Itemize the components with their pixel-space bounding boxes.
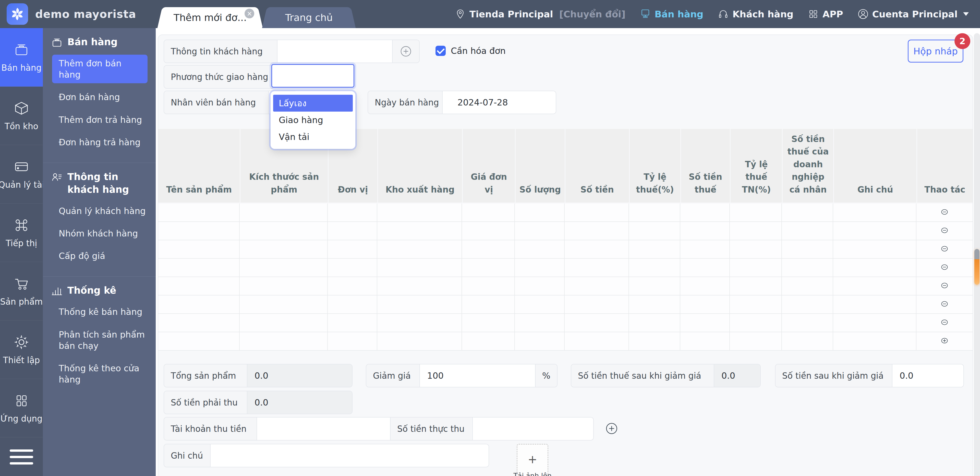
collapse-menu-button[interactable] xyxy=(0,438,43,476)
rail-item-settings[interactable]: Thiết lập xyxy=(0,320,43,379)
topbar-pos[interactable]: Bán hàng xyxy=(640,8,703,20)
tab-add-order[interactable]: Thêm mới đơ... × xyxy=(163,7,257,28)
table-cell[interactable] xyxy=(158,277,240,295)
table-cell[interactable] xyxy=(462,240,515,258)
table-cell[interactable] xyxy=(833,204,916,221)
app-logo[interactable] xyxy=(6,3,28,25)
table-cell[interactable] xyxy=(565,332,629,350)
table-cell[interactable] xyxy=(328,296,377,313)
table-cell[interactable] xyxy=(833,332,916,350)
table-cell[interactable] xyxy=(462,204,515,221)
table-cell[interactable] xyxy=(462,332,515,350)
submenu-item-sale-orders[interactable]: Đơn bán hàng xyxy=(51,86,148,108)
table-cell[interactable] xyxy=(515,204,565,221)
table-cell[interactable] xyxy=(377,259,462,277)
table-cell[interactable] xyxy=(833,259,916,277)
table-cell[interactable] xyxy=(565,240,629,258)
submenu-item-add-sale-order[interactable]: Thêm đơn bán hàng xyxy=(52,55,148,83)
sale-date-input[interactable]: 2024-07-28 xyxy=(443,91,556,114)
table-cell[interactable] xyxy=(680,277,730,295)
scrollbar-thumb[interactable] xyxy=(974,249,980,285)
dropdown-option-pickup[interactable]: Lấyเอง xyxy=(273,95,353,111)
table-cell[interactable] xyxy=(515,314,565,332)
rail-item-marketing[interactable]: Tiếp thị xyxy=(0,204,43,262)
remove-row-icon[interactable] xyxy=(939,244,950,254)
table-cell[interactable] xyxy=(782,277,833,295)
table-cell[interactable] xyxy=(377,277,462,295)
rail-item-apps[interactable]: Ứng dụng xyxy=(0,379,43,438)
table-cell[interactable] xyxy=(680,204,730,221)
topbar-customers[interactable]: Khách hàng xyxy=(718,8,793,20)
store-switcher[interactable]: Tienda Principal [Chuyển đổi] xyxy=(455,8,625,20)
table-cell[interactable] xyxy=(377,204,462,221)
table-cell[interactable] xyxy=(782,204,833,221)
table-cell[interactable] xyxy=(565,314,629,332)
remove-row-icon[interactable] xyxy=(939,318,950,328)
table-cell[interactable] xyxy=(565,204,629,221)
table-cell[interactable] xyxy=(515,296,565,313)
table-cell[interactable] xyxy=(240,222,328,240)
submenu-item-sales-stats[interactable]: Thống kê bán hàng xyxy=(51,301,148,323)
table-cell[interactable] xyxy=(328,314,377,332)
submenu-item-bestseller-analysis[interactable]: Phân tích sản phẩm bán chạy xyxy=(51,323,148,357)
table-cell[interactable] xyxy=(240,204,328,221)
table-cell[interactable] xyxy=(629,240,680,258)
table-cell[interactable] xyxy=(515,259,565,277)
add-customer-button[interactable] xyxy=(392,40,419,62)
table-cell[interactable] xyxy=(462,277,515,295)
invoice-checkbox[interactable] xyxy=(436,46,446,56)
table-cell[interactable] xyxy=(240,314,328,332)
table-cell[interactable] xyxy=(377,240,462,258)
table-cell[interactable] xyxy=(158,332,240,350)
table-cell[interactable] xyxy=(629,332,680,350)
table-cell[interactable] xyxy=(377,332,462,350)
amount-after-discount-input[interactable]: 0.0 xyxy=(892,365,963,387)
remove-row-icon[interactable] xyxy=(939,281,950,291)
table-cell[interactable] xyxy=(158,259,240,277)
submenu-item-return-orders[interactable]: Đơn hàng trả hàng xyxy=(51,131,148,153)
add-row-icon[interactable] xyxy=(939,336,950,346)
table-cell[interactable] xyxy=(328,332,377,350)
table-cell[interactable] xyxy=(833,240,916,258)
add-payment-button[interactable] xyxy=(604,420,620,438)
account-menu[interactable]: Cuenta Principal xyxy=(858,8,969,20)
table-cell[interactable] xyxy=(515,332,565,350)
table-cell[interactable] xyxy=(328,277,377,295)
remove-row-icon[interactable] xyxy=(939,226,950,236)
delivery-method-input[interactable] xyxy=(271,64,354,88)
table-cell[interactable] xyxy=(565,277,629,295)
table-cell[interactable] xyxy=(328,222,377,240)
table-cell[interactable] xyxy=(515,222,565,240)
upload-image-box[interactable]: + Tải ảnh lên xyxy=(517,444,548,476)
note-input[interactable] xyxy=(211,444,488,467)
table-cell[interactable] xyxy=(377,314,462,332)
table-cell[interactable] xyxy=(462,296,515,313)
table-cell[interactable] xyxy=(782,296,833,313)
submenu-item-customer-groups[interactable]: Nhóm khách hàng xyxy=(51,222,148,245)
table-cell[interactable] xyxy=(565,222,629,240)
table-cell[interactable] xyxy=(782,240,833,258)
table-cell[interactable] xyxy=(730,204,782,221)
table-cell[interactable] xyxy=(462,222,515,240)
table-cell[interactable] xyxy=(629,204,680,221)
table-cell[interactable] xyxy=(782,259,833,277)
remove-row-icon[interactable] xyxy=(939,208,950,217)
table-cell[interactable] xyxy=(328,240,377,258)
table-cell[interactable] xyxy=(158,314,240,332)
dropdown-option-transport[interactable]: Vận tải xyxy=(273,129,353,145)
table-cell[interactable] xyxy=(730,240,782,258)
table-cell[interactable] xyxy=(833,222,916,240)
table-cell[interactable] xyxy=(680,222,730,240)
vertical-scrollbar[interactable] xyxy=(974,33,980,476)
table-cell[interactable] xyxy=(730,332,782,350)
table-cell[interactable] xyxy=(240,259,328,277)
tab-close-icon[interactable]: × xyxy=(245,9,254,18)
submenu-item-customer-management[interactable]: Quản lý khách hàng xyxy=(51,200,148,222)
table-cell[interactable] xyxy=(730,314,782,332)
customer-info-input[interactable] xyxy=(277,40,392,62)
table-cell[interactable] xyxy=(158,296,240,313)
table-cell[interactable] xyxy=(377,222,462,240)
table-cell[interactable] xyxy=(629,222,680,240)
submenu-item-price-levels[interactable]: Cấp độ giá xyxy=(51,245,148,267)
submenu-item-store-stats[interactable]: Thống kê theo cửa hàng xyxy=(51,357,148,391)
